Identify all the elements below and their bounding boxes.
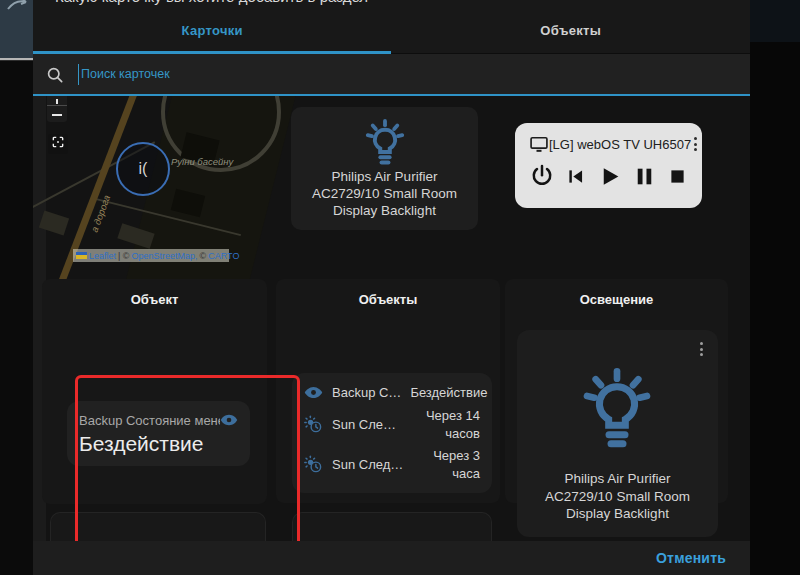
sun-clock-icon: [304, 415, 323, 434]
entities-row[interactable]: Sun След… Через 3 часа: [304, 447, 480, 482]
dialog-title-clipped: Какую карточку вы хотите добавить в разд…: [33, 0, 750, 8]
backdrop-left: [0, 0, 33, 575]
background-divider: [0, 58, 33, 61]
more-options-icon[interactable]: [697, 340, 706, 358]
tab-cards-label: Карточки: [182, 23, 243, 38]
search-bar: [33, 54, 750, 96]
stop-button[interactable]: [667, 166, 688, 187]
lightbulb-icon: [362, 119, 408, 165]
media-control-card-preview[interactable]: [LG] webOS TV UH6507: [515, 123, 702, 208]
entity-row-value: Бездействие: [410, 384, 487, 402]
dialog-title-text: Какую карточку вы хотите добавить в разд…: [55, 0, 368, 5]
media-player-name: [LG] webOS TV UH6507: [549, 137, 691, 152]
backdrop-right: [750, 0, 800, 575]
light-entity-name: Philips Air Purifier AC2729/10 Small Roo…: [291, 169, 478, 220]
next-row-card-stub[interactable]: [292, 512, 492, 541]
tab-entities-label: Объекты: [540, 23, 601, 38]
tab-bar: Карточки Объекты: [33, 8, 750, 54]
entities-row[interactable]: Sun Сле… Через 14 часов: [304, 407, 480, 442]
eye-icon: [304, 383, 323, 402]
dialog-footer: Отменить: [33, 541, 750, 575]
power-button[interactable]: [529, 163, 555, 189]
entities-card-header: Объекты: [276, 279, 500, 307]
sun-clock-icon: [304, 455, 323, 474]
media-controls: [529, 163, 688, 189]
entity-row-value: Через 3 часа: [412, 447, 480, 482]
entity-row-name: Backup С…: [332, 385, 401, 400]
light-card-cell[interactable]: Освещение: [505, 279, 728, 503]
light-card-large-preview[interactable]: Philips Air Purifier AC2729/10 Small Roo…: [517, 330, 718, 537]
entities-card-cell[interactable]: Объекты Backup С… Бездействие: [276, 279, 500, 503]
screen: Какую карточку вы хотите добавить в разд…: [0, 0, 800, 575]
light-card-header: Освещение: [505, 279, 728, 307]
entities-card-preview[interactable]: Backup С… Бездействие: [292, 373, 492, 493]
lightbulb-icon: [577, 368, 657, 448]
previous-track-button[interactable]: [565, 166, 586, 187]
light-entity-name: Philips Air Purifier AC2729/10 Small Roo…: [517, 470, 718, 523]
tab-entities[interactable]: Объекты: [392, 8, 751, 53]
search-icon: [45, 65, 65, 85]
add-card-dialog: Какую карточку вы хотите добавить в разд…: [33, 0, 750, 575]
cancel-button[interactable]: Отменить: [656, 550, 726, 566]
background-app-header: [0, 0, 33, 58]
play-button[interactable]: [597, 164, 622, 189]
entity-card-header: Объект: [42, 279, 267, 307]
tv-icon: [529, 134, 549, 154]
entities-row[interactable]: Backup С… Бездействие: [304, 383, 480, 402]
text-caret: [78, 64, 79, 85]
light-card-preview[interactable]: Philips Air Purifier AC2729/10 Small Roo…: [291, 107, 478, 230]
tab-cards[interactable]: Карточки: [33, 8, 392, 53]
backdrop-right-top: [750, 0, 800, 42]
entity-row-name: Sun След…: [332, 457, 403, 472]
pause-button[interactable]: [632, 164, 657, 189]
entity-row-value: Через 14 часов: [405, 407, 480, 442]
more-options-icon[interactable]: [691, 135, 700, 153]
search-input[interactable]: [81, 60, 681, 88]
card-picker-grid[interactable]: Руїни басейну а дорога i(: [33, 96, 750, 541]
selection-highlight-box: [75, 375, 300, 541]
entity-row-name: Sun Сле…: [332, 417, 396, 432]
